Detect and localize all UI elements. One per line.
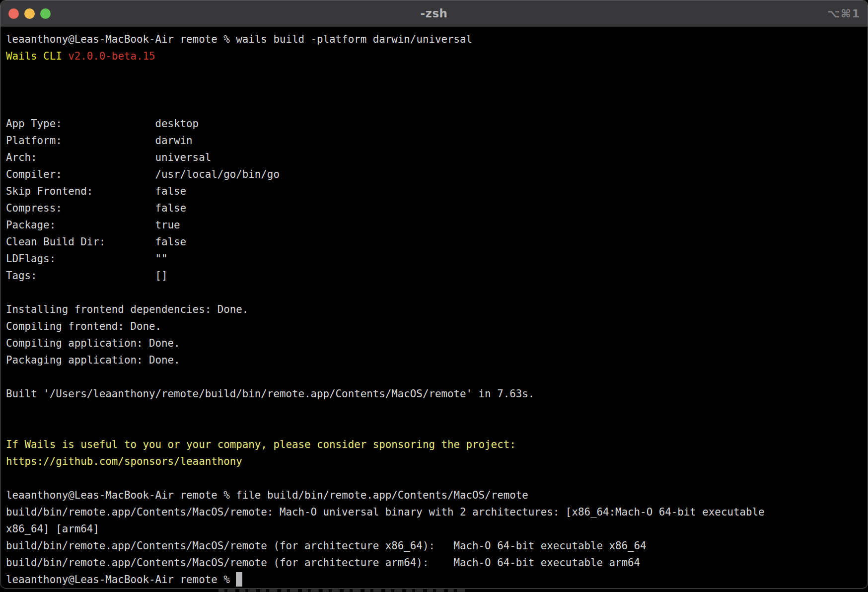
window-titlebar[interactable]: -zsh ⌥⌘1 xyxy=(0,0,868,27)
config-label: Compiler: xyxy=(6,166,155,183)
config-row: Compiler:/usr/local/go/bin/go xyxy=(6,166,868,183)
config-value: false xyxy=(155,236,186,248)
file-output-line: build/bin/remote.app/Contents/MacOS/remo… xyxy=(6,537,868,554)
active-prompt-line[interactable]: leaanthony@Leas-MacBook-Air remote % xyxy=(6,571,868,588)
config-value: darwin xyxy=(155,135,192,147)
tab-shortcut-badge: ⌥⌘1 xyxy=(827,7,868,20)
cli-banner: Wails CLI v2.0.0-beta.15 xyxy=(6,48,868,65)
config-label: Skip Frontend: xyxy=(6,183,155,200)
shell-prompt: leaanthony@Leas-MacBook-Air remote % xyxy=(6,489,236,501)
shell-prompt: leaanthony@Leas-MacBook-Air remote % xyxy=(6,33,236,45)
config-value: [] xyxy=(155,270,167,282)
config-value: false xyxy=(155,202,186,214)
progress-line: Packaging application: Done. xyxy=(6,352,868,369)
config-value: "" xyxy=(155,253,167,265)
config-label: Arch: xyxy=(6,149,155,166)
progress-line: Compiling frontend: Done. xyxy=(6,318,868,335)
config-label: Package: xyxy=(6,217,155,233)
config-value: universal xyxy=(155,151,211,163)
blank-line xyxy=(6,369,868,385)
blank-line xyxy=(6,419,868,436)
command-text: file build/bin/remote.app/Contents/MacOS… xyxy=(236,489,528,501)
sponsor-link[interactable]: https://github.com/sponsors/leaanthony xyxy=(6,453,868,470)
minimize-button[interactable] xyxy=(24,8,35,19)
terminal-cursor xyxy=(236,572,242,587)
config-row: App Type:desktop xyxy=(6,115,868,132)
cli-name: Wails CLI xyxy=(6,50,68,62)
config-label: Tags: xyxy=(6,267,155,284)
command-line: leaanthony@Leas-MacBook-Air remote % fil… xyxy=(6,487,868,504)
config-row: Skip Frontend:false xyxy=(6,183,868,200)
file-output-line: x86_64] [arm64] xyxy=(6,520,868,537)
zoom-button[interactable] xyxy=(40,8,51,19)
config-row: LDFlags:"" xyxy=(6,250,868,267)
blank-line xyxy=(6,402,868,419)
blank-line xyxy=(6,284,868,301)
config-row: Clean Build Dir:false xyxy=(6,233,868,250)
terminal-content[interactable]: leaanthony@Leas-MacBook-Air remote % wai… xyxy=(0,27,868,588)
built-result-line: Built '/Users/leaanthony/remote/build/bi… xyxy=(6,385,868,402)
shell-prompt: leaanthony@Leas-MacBook-Air remote % xyxy=(6,574,236,586)
config-label: LDFlags: xyxy=(6,250,155,267)
terminal-window: -zsh ⌥⌘1 leaanthony@Leas-MacBook-Air rem… xyxy=(0,0,868,589)
config-row: Arch:universal xyxy=(6,149,868,166)
config-label: Platform: xyxy=(6,132,155,149)
blank-line xyxy=(6,81,868,98)
command-line: leaanthony@Leas-MacBook-Air remote % wai… xyxy=(6,31,868,48)
config-value: /usr/local/go/bin/go xyxy=(155,168,279,180)
config-row: Compress:false xyxy=(6,200,868,217)
file-output-line: build/bin/remote.app/Contents/MacOS/remo… xyxy=(6,554,868,571)
traffic-lights xyxy=(0,8,51,19)
config-value: true xyxy=(155,219,180,231)
blank-line xyxy=(6,65,868,81)
config-value: false xyxy=(155,185,186,197)
config-label: Clean Build Dir: xyxy=(6,233,155,250)
blank-line xyxy=(6,470,868,487)
file-output-line: build/bin/remote.app/Contents/MacOS/remo… xyxy=(6,504,868,520)
progress-line: Compiling application: Done. xyxy=(6,335,868,352)
config-row: Platform:darwin xyxy=(6,132,868,149)
cli-version: v2.0.0-beta.15 xyxy=(68,50,155,62)
command-text: wails build -platform darwin/universal xyxy=(236,33,472,45)
config-value: desktop xyxy=(155,118,199,130)
close-button[interactable] xyxy=(8,8,19,19)
config-row: Package:true xyxy=(6,217,868,233)
progress-line: Installing frontend dependencies: Done. xyxy=(6,301,868,318)
occluded-content-sliver xyxy=(218,589,467,592)
sponsor-message: If Wails is useful to you or your compan… xyxy=(6,436,868,453)
config-label: Compress: xyxy=(6,200,155,217)
window-title: -zsh xyxy=(0,7,868,20)
config-row: Tags:[] xyxy=(6,267,868,284)
config-label: App Type: xyxy=(6,115,155,132)
blank-line xyxy=(6,98,868,115)
